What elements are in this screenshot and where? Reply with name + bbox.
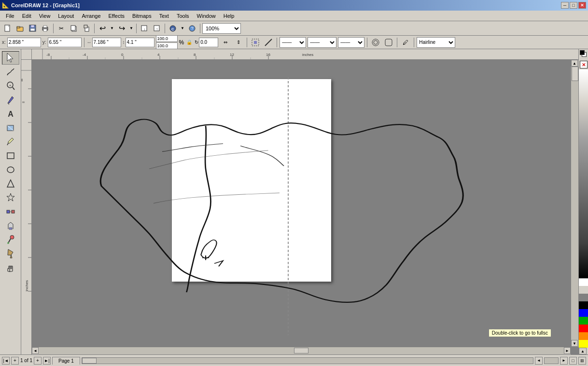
menu-bitmaps[interactable]: Bitmaps	[128, 12, 155, 20]
bottom-scroll-thumb[interactable]	[82, 358, 97, 364]
line-style-3[interactable]: —— → ←	[338, 37, 364, 48]
gray-gradient[interactable]	[579, 69, 588, 278]
h-input[interactable]	[126, 38, 154, 47]
y-input[interactable]	[48, 38, 82, 47]
interactive-blend-tool[interactable]	[2, 205, 19, 218]
scroll-left-btn[interactable]: ◄	[32, 347, 39, 354]
line-style-2[interactable]: —— - - - ···	[308, 37, 336, 48]
zoom-select[interactable]: 25% 50% 75% 100% 150% 200% 400%	[202, 23, 241, 34]
mirror-h-btn[interactable]: ⇔	[220, 37, 231, 48]
menu-help[interactable]: Help	[220, 12, 238, 20]
minimize-btn[interactable]: ─	[561, 2, 569, 9]
app-launcher-btn[interactable]: C	[167, 23, 179, 34]
menu-view[interactable]: View	[35, 12, 55, 20]
menu-arrange[interactable]: Arrange	[78, 12, 104, 20]
fg-color-swatch[interactable]	[580, 50, 585, 55]
menu-tools[interactable]: Tools	[173, 12, 193, 20]
bottom-scroll-right[interactable]: ►	[560, 357, 568, 365]
scroll-down-btn[interactable]: ▼	[571, 340, 578, 347]
blue-swatch[interactable]	[579, 309, 588, 317]
scroll-thumb-h[interactable]	[294, 348, 308, 353]
drawing-canvas[interactable]: Double-click to go to fullsc	[32, 60, 571, 347]
menu-edit[interactable]: Edit	[18, 12, 35, 20]
green-swatch[interactable]	[579, 317, 588, 325]
menu-effects[interactable]: Effects	[105, 12, 128, 20]
mirror-v-btn[interactable]: ⇕	[233, 37, 244, 48]
scroll-track-v[interactable]	[571, 67, 578, 340]
fill-tool[interactable]	[2, 247, 19, 260]
yellow-swatch[interactable]	[579, 340, 588, 348]
line-style-1[interactable]: —— - - - ···	[280, 37, 306, 48]
w-pct-input[interactable]	[156, 35, 178, 42]
page-tab[interactable]: Page 1	[52, 357, 80, 365]
menu-text[interactable]: Text	[155, 12, 173, 20]
scroll-up-btn[interactable]: ▲	[571, 60, 578, 67]
eyedropper-tool[interactable]	[2, 135, 19, 149]
red-swatch[interactable]	[579, 325, 588, 332]
smudge-tool[interactable]	[2, 219, 19, 232]
export-btn[interactable]: ↑	[151, 23, 163, 34]
rectangle-tool[interactable]	[2, 149, 19, 163]
menu-window[interactable]: Window	[193, 12, 220, 20]
vertical-scrollbar[interactable]: ▲ ▼	[571, 60, 578, 347]
freehand-tool[interactable]	[2, 65, 19, 79]
scroll-right-btn[interactable]: ►	[564, 347, 571, 354]
bottom-scroll-middle[interactable]	[544, 357, 559, 364]
obj-btn1[interactable]	[250, 37, 261, 48]
print-btn[interactable]	[40, 23, 51, 34]
add-page-btn[interactable]: +	[11, 357, 19, 365]
text-tool[interactable]: A	[2, 107, 19, 121]
palette-scroll-up[interactable]: ▲	[579, 348, 587, 354]
cut-btn[interactable]: ✂	[56, 23, 67, 34]
save-btn[interactable]	[27, 23, 39, 34]
orange-swatch[interactable]	[579, 332, 588, 340]
star-tool[interactable]	[2, 191, 19, 204]
redo-arrow[interactable]: ▼	[128, 23, 134, 34]
paste-btn[interactable]	[81, 23, 92, 34]
redo-btn[interactable]: ↪	[116, 23, 127, 34]
x-input[interactable]	[7, 38, 41, 47]
welcome-screen-btn[interactable]: ?	[186, 23, 198, 34]
ellipse-tool[interactable]	[2, 163, 19, 176]
app-arrow[interactable]: ▼	[180, 23, 185, 34]
fill-icon[interactable]: 🖊	[400, 37, 411, 48]
view-fullscreen-btn[interactable]: ⊞	[578, 357, 586, 365]
obj-btn2[interactable]	[263, 37, 274, 48]
lightgray-swatch[interactable]	[579, 286, 588, 294]
lock-icon[interactable]: 🔒	[185, 38, 193, 47]
medgray-swatch[interactable]	[579, 294, 588, 301]
scroll-track-h[interactable]	[39, 347, 564, 354]
color-dropper-tool[interactable]	[2, 233, 19, 246]
corner-btn[interactable]	[383, 37, 394, 48]
open-btn[interactable]	[14, 23, 26, 34]
horizontal-scrollbar[interactable]: ◄ ►	[32, 347, 571, 354]
h-pct-input[interactable]	[156, 42, 178, 49]
bottom-scroll-track[interactable]	[82, 357, 533, 364]
w-input[interactable]	[92, 38, 121, 47]
maximize-btn[interactable]: □	[570, 2, 577, 9]
select-tool[interactable]	[2, 51, 19, 65]
contour-btn[interactable]	[370, 37, 381, 48]
black-swatch[interactable]	[579, 301, 588, 309]
angle-input[interactable]	[199, 38, 218, 47]
hand-tool[interactable]	[2, 261, 19, 274]
zoom-tool[interactable]: +	[2, 79, 19, 93]
no-fill-swatch[interactable]: ✕	[580, 61, 588, 68]
menu-file[interactable]: File	[2, 12, 18, 20]
undo-btn[interactable]: ↩	[97, 23, 108, 34]
last-page-btn[interactable]: ►|	[43, 357, 51, 365]
view-normal-btn[interactable]: □	[569, 357, 577, 365]
import-btn[interactable]: ↓	[139, 23, 150, 34]
menu-layout[interactable]: Layout	[54, 12, 78, 20]
hairline-select[interactable]: Hairline 0.5pt 1pt 2pt 3pt	[417, 37, 455, 48]
undo-arrow[interactable]: ▼	[109, 23, 115, 34]
canvas-area[interactable]: -8 -4 0 4 8 12 16	[21, 49, 578, 354]
white-swatch[interactable]	[579, 278, 588, 286]
bottom-scroll-left[interactable]: ◄	[535, 357, 543, 365]
polygon-tool[interactable]	[2, 177, 19, 190]
new-btn[interactable]	[2, 23, 14, 34]
copy-btn[interactable]	[68, 23, 80, 34]
pen-tool[interactable]	[2, 93, 19, 107]
next-page-btn[interactable]: +	[34, 357, 42, 365]
first-page-btn[interactable]: |◄	[2, 357, 10, 365]
